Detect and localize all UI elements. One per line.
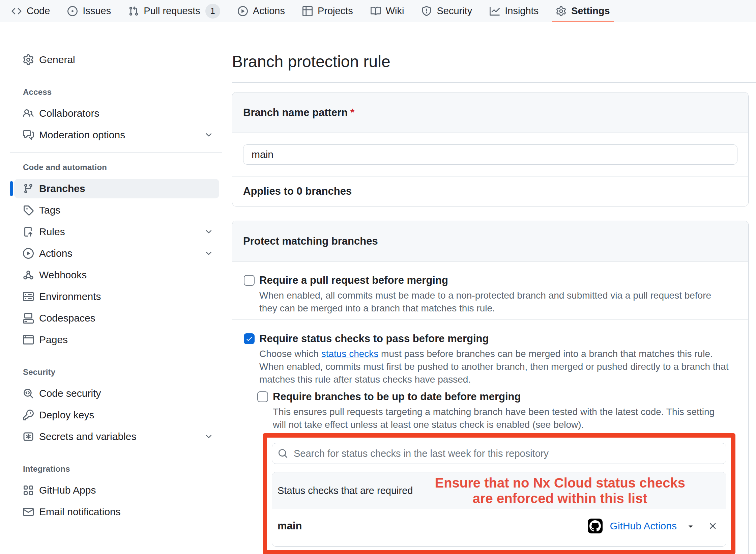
require-status-checks-description: Choose which status checks must pass bef… (259, 348, 733, 386)
annotation-text: Ensure that no Nx Cloud status checks ar… (413, 475, 721, 506)
comment-discussion-icon (23, 130, 34, 140)
status-check-row: main GitHub Actions (272, 509, 726, 546)
tab-insights[interactable]: Insights (481, 0, 547, 22)
tab-label: Code (27, 5, 50, 17)
required-asterisk: * (350, 107, 354, 118)
tab-label: Wiki (386, 5, 404, 17)
sidebar-item-label: General (39, 54, 75, 65)
require-status-checks-checkbox[interactable] (244, 333, 255, 344)
browser-icon (23, 334, 34, 345)
tab-security[interactable]: Security (413, 0, 481, 22)
repo-tab-bar: Code Issues Pull requests 1 Actions Proj… (0, 0, 756, 22)
book-icon (371, 6, 381, 16)
server-icon (23, 291, 34, 302)
sidebar-section-title-security: Security (14, 367, 223, 377)
sidebar-item-label: Rules (39, 226, 65, 238)
required-status-checks-list: Status checks that are required Ensure t… (272, 472, 726, 547)
sidebar-item-label: Deploy keys (39, 409, 94, 421)
sidebar-item-tags[interactable]: Tags (14, 200, 219, 220)
chevron-down-icon (204, 227, 213, 236)
asterisk-box-icon (23, 431, 34, 442)
applies-to-branches-text: Applies to 0 branches (232, 176, 748, 206)
sidebar-item-general[interactable]: General (14, 50, 219, 70)
sidebar-item-collaborators[interactable]: Collaborators (14, 104, 219, 123)
play-icon (238, 6, 248, 16)
insights-icon (490, 6, 500, 16)
tab-settings[interactable]: Settings (547, 0, 618, 22)
sidebar-item-rules[interactable]: Rules (14, 222, 219, 242)
sidebar-item-label: Actions (39, 248, 72, 259)
sidebar-item-label: Webhooks (39, 269, 87, 281)
sidebar-item-label: Collaborators (39, 108, 99, 119)
chevron-down-icon (204, 432, 213, 441)
tab-issues[interactable]: Issues (59, 0, 120, 22)
sidebar-item-webhooks[interactable]: Webhooks (14, 265, 219, 285)
sidebar-item-moderation-options[interactable]: Moderation options (14, 125, 219, 145)
status-check-name: main (278, 520, 588, 532)
sidebar-item-environments[interactable]: Environments (14, 287, 219, 306)
branch-name-pattern-card: Branch name pattern* Applies to 0 branch… (232, 92, 749, 206)
tab-wiki[interactable]: Wiki (362, 0, 413, 22)
codespaces-icon (23, 313, 34, 324)
protect-matching-branches-card: Protect matching branches Require a pull… (232, 221, 749, 554)
branch-name-pattern-input[interactable] (243, 144, 737, 165)
tab-label: Settings (571, 5, 610, 17)
branch-name-pattern-header: Branch name pattern* (232, 92, 748, 133)
sidebar-item-github-apps[interactable]: GitHub Apps (14, 480, 219, 500)
sidebar-item-label: Branches (39, 183, 85, 194)
protect-matching-branches-header: Protect matching branches (232, 221, 748, 261)
require-status-checks-label[interactable]: Require status checks to pass before mer… (259, 332, 489, 345)
tab-pull-requests[interactable]: Pull requests 1 (120, 0, 229, 22)
issue-opened-icon (67, 6, 78, 16)
sidebar-item-email-notifications[interactable]: Email notifications (14, 502, 219, 522)
pull-requests-count-badge: 1 (205, 4, 220, 19)
require-up-to-date-label[interactable]: Require branches to be up to date before… (273, 390, 521, 404)
check-icon (245, 335, 253, 342)
sidebar-item-deploy-keys[interactable]: Deploy keys (14, 405, 219, 425)
status-check-search (272, 443, 726, 464)
webhook-icon (23, 270, 34, 280)
tab-code[interactable]: Code (3, 0, 59, 22)
sidebar-divider (10, 454, 222, 454)
code-icon (11, 6, 22, 16)
require-up-to-date-checkbox[interactable] (257, 391, 268, 402)
rulebook-icon (23, 226, 34, 237)
sidebar-item-codespaces[interactable]: Codespaces (14, 308, 219, 328)
sidebar-divider (10, 152, 222, 153)
chevron-down-icon (204, 131, 213, 139)
tab-label: Issues (83, 5, 111, 17)
settings-sidebar: General Access Collaborators Moderation … (0, 22, 223, 554)
sidebar-item-secrets-variables[interactable]: Secrets and variables (14, 427, 219, 446)
remove-status-check-icon[interactable] (708, 521, 718, 531)
play-icon (23, 248, 34, 259)
key-icon (23, 410, 34, 420)
sidebar-item-code-security[interactable]: Code security (14, 384, 219, 403)
github-logo-icon (588, 519, 603, 533)
sidebar-item-label: Codespaces (39, 312, 95, 324)
tab-projects[interactable]: Projects (294, 0, 362, 22)
github-actions-link[interactable]: GitHub Actions (610, 520, 677, 532)
sidebar-item-branches[interactable]: Branches (14, 179, 219, 198)
tab-label: Projects (318, 5, 353, 17)
sidebar-item-label: GitHub Apps (39, 484, 96, 496)
sidebar-divider (10, 77, 222, 77)
status-checks-link[interactable]: status checks (321, 349, 379, 359)
settings-content: Branch protection rule Branch name patte… (232, 22, 749, 554)
chevron-down-icon (204, 249, 213, 258)
tab-actions[interactable]: Actions (229, 0, 294, 22)
require-pull-request-checkbox[interactable] (244, 275, 255, 286)
require-pull-request-label[interactable]: Require a pull request before merging (259, 274, 448, 287)
annotation-highlight-box: Status checks that are required Ensure t… (263, 433, 735, 554)
tab-label: Security (437, 5, 472, 17)
require-pull-request-row: Require a pull request before merging Wh… (232, 261, 748, 320)
status-check-search-input[interactable] (272, 443, 726, 464)
required-status-checks-title: Status checks that are required (278, 485, 413, 496)
sidebar-section-title-access: Access (14, 87, 223, 97)
caret-down-icon[interactable] (686, 522, 695, 530)
sidebar-item-pages[interactable]: Pages (14, 330, 219, 350)
tag-icon (23, 205, 34, 216)
sidebar-item-actions[interactable]: Actions (14, 244, 219, 263)
tab-label: Insights (505, 5, 539, 17)
title-divider (232, 82, 756, 83)
gear-icon (23, 54, 34, 65)
